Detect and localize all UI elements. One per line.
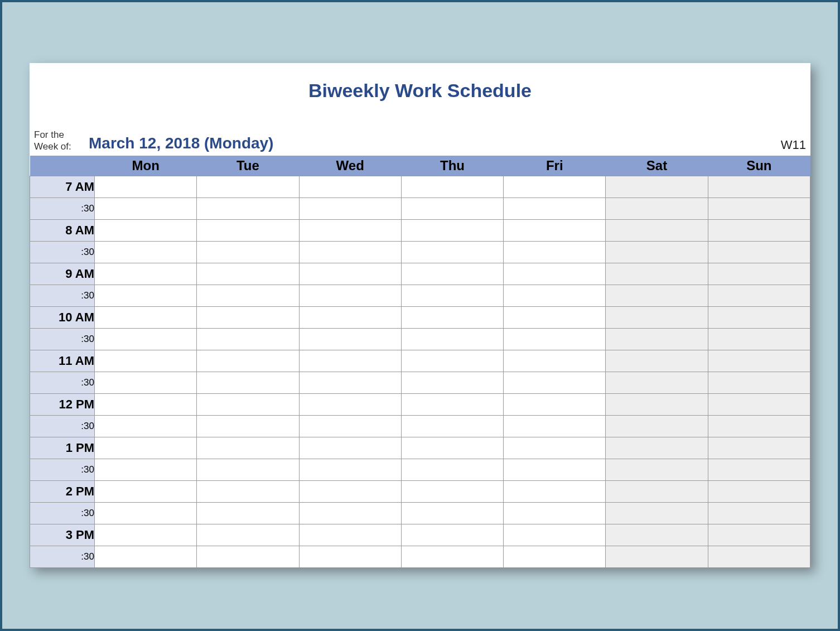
schedule-cell[interactable]: [504, 328, 606, 350]
schedule-cell[interactable]: [401, 198, 503, 219]
schedule-cell[interactable]: [401, 459, 503, 480]
schedule-cell[interactable]: [197, 241, 299, 263]
schedule-cell[interactable]: [401, 393, 503, 415]
schedule-cell[interactable]: [606, 285, 708, 306]
schedule-cell[interactable]: [95, 328, 197, 350]
schedule-cell[interactable]: [197, 372, 299, 393]
schedule-cell[interactable]: [708, 176, 810, 198]
schedule-cell[interactable]: [401, 415, 503, 437]
schedule-cell[interactable]: [504, 372, 606, 393]
schedule-cell[interactable]: [95, 502, 197, 524]
schedule-cell[interactable]: [197, 480, 299, 502]
schedule-cell[interactable]: [95, 415, 197, 437]
schedule-cell[interactable]: [299, 393, 401, 415]
schedule-cell[interactable]: [708, 263, 810, 285]
schedule-cell[interactable]: [606, 415, 708, 437]
schedule-cell[interactable]: [606, 546, 708, 567]
schedule-cell[interactable]: [708, 350, 810, 372]
schedule-cell[interactable]: [606, 328, 708, 350]
schedule-cell[interactable]: [95, 437, 197, 459]
schedule-cell[interactable]: [504, 198, 606, 219]
schedule-cell[interactable]: [708, 285, 810, 306]
schedule-cell[interactable]: [299, 198, 401, 219]
schedule-cell[interactable]: [299, 459, 401, 480]
schedule-cell[interactable]: [708, 393, 810, 415]
schedule-cell[interactable]: [197, 328, 299, 350]
schedule-cell[interactable]: [197, 502, 299, 524]
schedule-cell[interactable]: [606, 437, 708, 459]
schedule-cell[interactable]: [606, 350, 708, 372]
schedule-cell[interactable]: [606, 502, 708, 524]
schedule-cell[interactable]: [299, 480, 401, 502]
schedule-cell[interactable]: [504, 415, 606, 437]
schedule-cell[interactable]: [504, 546, 606, 567]
schedule-cell[interactable]: [299, 328, 401, 350]
schedule-cell[interactable]: [299, 306, 401, 328]
schedule-cell[interactable]: [708, 198, 810, 219]
schedule-cell[interactable]: [606, 524, 708, 546]
schedule-cell[interactable]: [299, 524, 401, 546]
schedule-cell[interactable]: [197, 546, 299, 567]
schedule-cell[interactable]: [606, 219, 708, 241]
schedule-cell[interactable]: [95, 219, 197, 241]
schedule-cell[interactable]: [708, 219, 810, 241]
schedule-cell[interactable]: [197, 350, 299, 372]
schedule-cell[interactable]: [504, 524, 606, 546]
schedule-cell[interactable]: [401, 219, 503, 241]
schedule-cell[interactable]: [95, 480, 197, 502]
schedule-cell[interactable]: [504, 219, 606, 241]
schedule-cell[interactable]: [95, 285, 197, 306]
schedule-cell[interactable]: [401, 285, 503, 306]
schedule-cell[interactable]: [299, 285, 401, 306]
schedule-cell[interactable]: [504, 241, 606, 263]
schedule-cell[interactable]: [95, 263, 197, 285]
schedule-cell[interactable]: [401, 263, 503, 285]
schedule-cell[interactable]: [197, 524, 299, 546]
schedule-cell[interactable]: [708, 372, 810, 393]
schedule-cell[interactable]: [299, 372, 401, 393]
schedule-cell[interactable]: [299, 502, 401, 524]
schedule-cell[interactable]: [401, 546, 503, 567]
schedule-cell[interactable]: [299, 350, 401, 372]
schedule-cell[interactable]: [299, 437, 401, 459]
schedule-cell[interactable]: [401, 176, 503, 198]
schedule-cell[interactable]: [197, 393, 299, 415]
schedule-cell[interactable]: [708, 480, 810, 502]
schedule-cell[interactable]: [197, 198, 299, 219]
schedule-cell[interactable]: [401, 350, 503, 372]
schedule-cell[interactable]: [95, 393, 197, 415]
schedule-cell[interactable]: [401, 328, 503, 350]
schedule-cell[interactable]: [197, 176, 299, 198]
schedule-cell[interactable]: [504, 285, 606, 306]
schedule-cell[interactable]: [197, 285, 299, 306]
schedule-cell[interactable]: [401, 502, 503, 524]
schedule-cell[interactable]: [95, 546, 197, 567]
schedule-cell[interactable]: [299, 263, 401, 285]
schedule-cell[interactable]: [299, 241, 401, 263]
schedule-cell[interactable]: [606, 198, 708, 219]
schedule-cell[interactable]: [95, 350, 197, 372]
schedule-cell[interactable]: [606, 459, 708, 480]
schedule-cell[interactable]: [401, 437, 503, 459]
schedule-cell[interactable]: [606, 393, 708, 415]
schedule-cell[interactable]: [95, 241, 197, 263]
schedule-cell[interactable]: [504, 437, 606, 459]
schedule-cell[interactable]: [504, 350, 606, 372]
schedule-cell[interactable]: [401, 372, 503, 393]
schedule-cell[interactable]: [299, 176, 401, 198]
schedule-cell[interactable]: [708, 546, 810, 567]
schedule-cell[interactable]: [708, 241, 810, 263]
schedule-cell[interactable]: [504, 393, 606, 415]
schedule-cell[interactable]: [401, 306, 503, 328]
schedule-cell[interactable]: [606, 176, 708, 198]
schedule-cell[interactable]: [708, 524, 810, 546]
schedule-cell[interactable]: [95, 524, 197, 546]
schedule-cell[interactable]: [708, 502, 810, 524]
schedule-cell[interactable]: [606, 241, 708, 263]
schedule-cell[interactable]: [504, 459, 606, 480]
schedule-cell[interactable]: [95, 306, 197, 328]
schedule-cell[interactable]: [299, 415, 401, 437]
schedule-cell[interactable]: [401, 241, 503, 263]
schedule-cell[interactable]: [606, 306, 708, 328]
schedule-cell[interactable]: [606, 480, 708, 502]
